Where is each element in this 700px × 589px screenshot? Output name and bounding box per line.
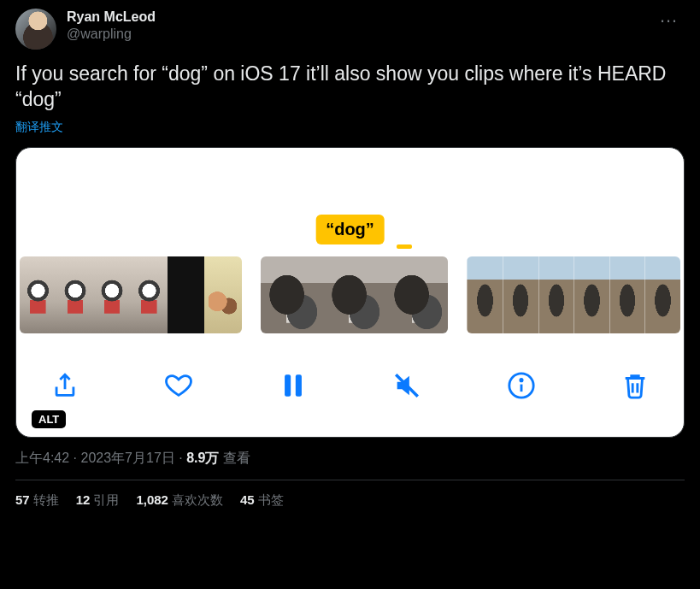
share-icon[interactable]	[50, 371, 79, 400]
trash-icon[interactable]	[621, 371, 650, 400]
retweets-stat[interactable]: 57转推	[15, 492, 59, 509]
alt-badge[interactable]: ALT	[32, 410, 66, 428]
display-name[interactable]: Ryan McLeod	[67, 9, 156, 26]
likes-stat[interactable]: 1,082喜欢次数	[136, 492, 223, 509]
clip-timeline[interactable]	[16, 256, 684, 333]
clip-frame	[261, 256, 323, 333]
heart-icon[interactable]	[164, 371, 193, 400]
divider	[15, 480, 685, 480]
clip-frame	[168, 256, 204, 333]
media-card[interactable]: “dog”	[15, 147, 685, 438]
tweet-date[interactable]: 2023年7月17日	[80, 451, 174, 465]
quotes-stat[interactable]: 12引用	[76, 492, 120, 509]
clip-frame	[644, 256, 680, 333]
clip-frame	[56, 256, 93, 333]
clip-frame	[94, 256, 131, 333]
clip-frame	[323, 256, 385, 333]
clip-frame	[609, 256, 645, 333]
clip-frame	[131, 256, 168, 333]
svg-rect-0	[285, 374, 291, 397]
avatar[interactable]	[15, 9, 56, 50]
views-count: 8.9万	[186, 451, 219, 465]
user-handle[interactable]: @warpling	[67, 26, 156, 43]
translate-link[interactable]: 翻译推文	[15, 120, 685, 135]
mute-icon[interactable]	[392, 371, 421, 400]
bookmarks-stat[interactable]: 45书签	[240, 492, 284, 509]
clip-group[interactable]	[467, 256, 680, 333]
views-label: 查看	[219, 451, 250, 465]
tweet-meta: 上午4:42 · 2023年7月17日 · 8.9万 查看	[15, 450, 685, 468]
tweet-time[interactable]: 上午4:42	[15, 451, 69, 465]
clip-frame	[467, 256, 503, 333]
tweet-text: If you search for “dog” on iOS 17 it’ll …	[15, 62, 685, 113]
clip-frame	[574, 256, 609, 333]
pause-icon[interactable]	[279, 371, 308, 400]
clip-frame	[503, 256, 538, 333]
clip-group[interactable]	[261, 256, 449, 333]
clip-frame	[538, 256, 574, 333]
clip-frame	[204, 256, 241, 333]
scrub-marker	[397, 244, 412, 249]
clip-frame	[20, 256, 56, 333]
more-icon[interactable]: …	[652, 9, 685, 24]
svg-rect-1	[296, 374, 302, 397]
svg-point-5	[520, 379, 521, 380]
clip-group[interactable]	[20, 256, 242, 333]
info-icon[interactable]	[507, 371, 536, 400]
clip-frame	[385, 256, 448, 333]
caption-bubble: “dog”	[315, 215, 385, 244]
